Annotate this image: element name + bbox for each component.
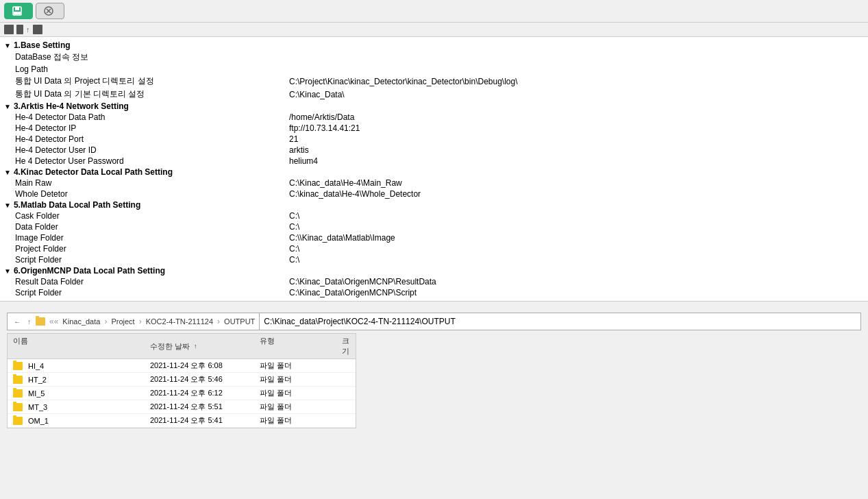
- setting-row: Image FolderC:\\Kinac_data\Matlab\Image: [11, 232, 868, 243]
- folder-icon: [36, 317, 45, 326]
- section-header-matlab[interactable]: ▼5.Matlab Data Local Path Setting: [0, 199, 868, 210]
- section-rows-kinac: Main RawC:\Kinac_data\He-4\Main_RawWhole…: [0, 178, 868, 199]
- bottom-section: ← ↑ «« Kinac_data › Project › KOC2-4-TN-…: [0, 302, 868, 431]
- setting-row: Main RawC:\Kinac_data\He-4\Main_Raw: [11, 178, 868, 188]
- setting-value: arktis: [289, 145, 864, 155]
- setting-label: He-4 Detector Port: [15, 134, 289, 144]
- file-date: 2021-11-24 오후 6:12: [147, 387, 257, 399]
- breadcrumb: ← ↑ «« Kinac_data › Project › KOC2-4-TN-…: [7, 313, 259, 330]
- col-type: 유형: [257, 335, 339, 357]
- section-header-origen[interactable]: ▼6.OrigenMCNP Data Local Path Setting: [0, 265, 868, 276]
- file-date: 2021-11-24 오후 5:46: [147, 374, 257, 385]
- chevron-icon: ▼: [4, 103, 11, 110]
- setting-label: He-4 Detector IP: [15, 123, 289, 133]
- chevron-icon: ▼: [4, 42, 11, 49]
- setting-label: Data Folder: [15, 222, 289, 232]
- file-type: 파일 폴더: [257, 401, 339, 413]
- path-input[interactable]: [259, 313, 861, 330]
- setting-row: He-4 Detector Port21: [11, 134, 868, 145]
- setting-value: C:\Kinac_Data\OrigenMCNP\Script: [289, 288, 864, 297]
- setting-label: Log Path: [15, 64, 289, 74]
- section-arktis: ▼3.Arktis He-4 Network SettingHe-4 Detec…: [0, 101, 868, 167]
- setting-value: C:\Kinac_Data\: [289, 90, 864, 99]
- folder-icon: [13, 389, 23, 398]
- setting-row: Script FolderC:\: [11, 254, 868, 265]
- setting-value: C:\: [289, 211, 864, 221]
- sub-toolbar: ↑: [0, 23, 868, 37]
- setting-label: He-4 Detector User ID: [15, 145, 289, 155]
- file-list-row[interactable]: MI_5 2021-11-24 오후 6:12 파일 폴더: [8, 387, 356, 400]
- setting-label: 통합 UI Data 의 기본 디렉토리 설정: [15, 88, 289, 100]
- save-icon: [12, 5, 23, 16]
- file-list: 이름 수정한 날짜 ↑ 유형 크기 HI_4 2021-11-24 오후 6:0…: [7, 333, 356, 428]
- section-kinac: ▼4.Kinac Detector Data Local Path Settin…: [0, 167, 868, 199]
- setting-row: Whole DetetorC:\kinac_data\He-4\Whole_De…: [11, 188, 868, 199]
- file-name: OM_1: [10, 415, 147, 426]
- setting-value: helium4: [289, 156, 864, 166]
- file-size: [339, 379, 353, 380]
- file-date: 2021-11-24 오후 5:41: [147, 415, 257, 426]
- setting-row: 통합 UI Data 의 Project 디렉토리 설정C:\Project\K…: [11, 75, 868, 88]
- breadcrumb-part-1: Kinac_data: [62, 317, 100, 326]
- setting-label: DataBase 접속 정보: [15, 51, 289, 63]
- sub-icon-3: ↑: [26, 25, 30, 34]
- file-type: 파일 폴더: [257, 415, 339, 426]
- section-rows-origen: Result Data FolderC:\Kinac_Data\OrigenMC…: [0, 276, 868, 298]
- setting-value: C:\Project\Kinac\kinac_Detector\kinac_De…: [289, 77, 864, 86]
- file-list-row[interactable]: HI_4 2021-11-24 오후 6:08 파일 폴더: [8, 359, 356, 373]
- col-date: 수정한 날짜 ↑: [147, 335, 257, 357]
- file-size: [339, 406, 353, 408]
- setting-row: Script FolderC:\Kinac_Data\OrigenMCNP\Sc…: [11, 287, 868, 298]
- section-header-base[interactable]: ▼1.Base Setting: [0, 40, 868, 51]
- setting-label: Script Folder: [15, 255, 289, 265]
- col-size: 크기: [339, 335, 353, 357]
- file-type: 파일 폴더: [257, 374, 339, 385]
- section-header-arktis[interactable]: ▼3.Arktis He-4 Network Setting: [0, 101, 868, 112]
- setting-row: Project FolderC:\: [11, 243, 868, 254]
- nav-back-button[interactable]: ←: [12, 317, 23, 326]
- close-button[interactable]: [36, 3, 64, 19]
- setting-row: 통합 UI Data 의 기본 디렉토리 설정C:\Kinac_Data\: [11, 88, 868, 101]
- file-size: [339, 393, 353, 394]
- section-header-kinac[interactable]: ▼4.Kinac Detector Data Local Path Settin…: [0, 167, 868, 178]
- file-list-row[interactable]: HT_2 2021-11-24 오후 5:46 파일 폴더: [8, 373, 356, 387]
- setting-label: Whole Detetor: [15, 189, 289, 199]
- section-matlab: ▼5.Matlab Data Local Path SettingCask Fo…: [0, 199, 868, 265]
- section-rows-arktis: He-4 Detector Data Path/home/Arktis/Data…: [0, 112, 868, 167]
- save-button[interactable]: [4, 3, 33, 19]
- setting-label: Project Folder: [15, 244, 289, 254]
- setting-value: C:\\Kinac_data\Matlab\Image: [289, 233, 864, 243]
- setting-row: He 4 Detector User Passwordhelium4: [11, 156, 868, 167]
- file-name: MT_3: [10, 402, 147, 413]
- file-name: HI_4: [10, 361, 147, 372]
- toolbar: [0, 0, 868, 23]
- setting-label: 통합 UI Data 의 Project 디렉토리 설정: [15, 75, 289, 87]
- settings-area: ▼1.Base SettingDataBase 접속 정보Log Path통합 …: [0, 37, 868, 302]
- chevron-icon: ▼: [4, 267, 11, 275]
- nav-up-button[interactable]: ↑: [25, 317, 33, 326]
- sort-icon: [16, 25, 23, 34]
- setting-label: He 4 Detector User Password: [15, 156, 289, 166]
- file-browser-bar: ← ↑ «« Kinac_data › Project › KOC2-4-TN-…: [7, 313, 861, 330]
- svg-rect-2: [14, 12, 21, 14]
- setting-row: He-4 Detector IPftp://10.73.14.41:21: [11, 123, 868, 134]
- chevron-icon: ▼: [4, 169, 11, 176]
- file-list-row[interactable]: MT_3 2021-11-24 오후 5:51 파일 폴더: [8, 400, 356, 414]
- close-icon: [43, 5, 54, 16]
- setting-value: C:\: [289, 255, 864, 265]
- content-wrapper: 이름 수정한 날짜 ↑ 유형 크기 HI_4 2021-11-24 오후 6:0…: [7, 333, 861, 428]
- setting-label: Main Raw: [15, 178, 289, 188]
- setting-label: Result Data Folder: [15, 277, 289, 287]
- file-list-row[interactable]: OM_1 2021-11-24 오후 5:41 파일 폴더: [8, 414, 356, 428]
- setting-value: C:\: [289, 222, 864, 232]
- setting-label: Script Folder: [15, 288, 289, 297]
- file-size: [339, 365, 353, 367]
- file-name: MI_5: [10, 388, 147, 399]
- setting-row: He-4 Detector User IDarktis: [11, 145, 868, 156]
- setting-value: 21: [289, 134, 864, 144]
- setting-row: Data FolderC:\: [11, 221, 868, 232]
- svg-rect-1: [15, 7, 19, 10]
- folder-icon: [13, 376, 23, 384]
- setting-row: Cask FolderC:\: [11, 210, 868, 221]
- table-icon: [33, 25, 42, 34]
